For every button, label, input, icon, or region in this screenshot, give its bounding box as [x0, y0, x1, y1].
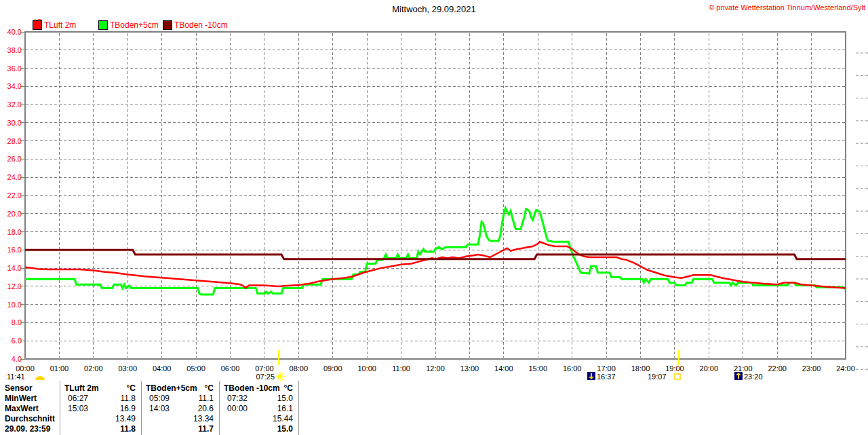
- legend-item: TBoden+5cm: [98, 20, 159, 30]
- y-tick-label: 40.0: [1, 29, 22, 36]
- x-tick-label: 08:00: [285, 364, 312, 373]
- sunrise-sun-ray-icon: [277, 373, 278, 375]
- table-cell: MaxWert: [5, 404, 39, 413]
- x-tick-label: 11:00: [388, 364, 415, 373]
- astro-event-time: 19:07: [648, 373, 671, 381]
- sunrise-sun-ray-icon: [277, 379, 278, 380]
- legend-item: TLuft 2m: [33, 20, 76, 30]
- x-tick-label: 18:00: [627, 364, 654, 373]
- astro-event-time: 16:37: [597, 373, 620, 381]
- y-tick-label: 10.0: [1, 301, 22, 309]
- table-cell: 16.1: [219, 404, 293, 413]
- astro-event-time: 11:41: [7, 373, 30, 381]
- y-tick-label: 24.0: [1, 174, 22, 181]
- table-cell: MinWert: [5, 394, 37, 403]
- x-tick-label: 13:00: [456, 364, 483, 373]
- moon-icon: [35, 376, 45, 380]
- y-tick-label: 28.0: [1, 138, 22, 145]
- x-tick-label: 09:00: [319, 364, 347, 373]
- astro-event-time: 23:20: [744, 373, 767, 381]
- y-tick-label: 16.0: [1, 246, 22, 254]
- legend-item: TBoden -10cm: [163, 20, 228, 30]
- x-tick-label: 00:00: [12, 364, 39, 373]
- table-cell: °C: [219, 383, 293, 393]
- x-tick-label: 07:00: [251, 364, 278, 373]
- x-tick-label: 05:00: [182, 364, 210, 373]
- x-tick-label: 14:00: [490, 364, 517, 373]
- y-tick-label: 20.0: [1, 210, 22, 218]
- x-tick-label: 23:00: [798, 364, 825, 373]
- legend-label: TLuft 2m: [44, 20, 76, 30]
- table-cell: °C: [141, 383, 214, 393]
- x-tick-label: 04:00: [149, 364, 176, 373]
- table-cell: 15.44: [219, 414, 293, 423]
- table-cell: 13.34: [141, 414, 214, 423]
- table-cell: 16.9: [60, 404, 136, 413]
- y-tick-label: 38.0: [1, 47, 22, 54]
- y-tick-label: 36.0: [1, 65, 22, 73]
- astro-event-time: 07:25: [252, 373, 275, 381]
- table-cell: 13.49: [60, 414, 136, 423]
- y-tick-label: 14.0: [1, 265, 22, 272]
- x-tick-label: 17:00: [593, 364, 620, 373]
- table-cell: Sensor: [5, 383, 33, 393]
- table-column-separator: [298, 381, 299, 435]
- y-tick-label: 26.0: [1, 155, 22, 163]
- y-tick-label: 34.0: [1, 83, 22, 90]
- y-tick-label: 32.0: [1, 101, 22, 109]
- table-cell: 15.0: [219, 394, 293, 403]
- table-cell: 29.09. 23:59: [5, 424, 50, 434]
- x-tick-label: 02:00: [80, 364, 107, 373]
- legend-swatch-icon: [163, 20, 172, 30]
- table-cell: Durchschnitt: [5, 414, 55, 423]
- legend-label: TBoden -10cm: [174, 20, 228, 30]
- x-tick-label: 06:00: [217, 364, 244, 373]
- x-tick-label: 19:00: [661, 364, 688, 373]
- x-tick-label: 24:00: [832, 364, 859, 373]
- table-cell: 15.0: [219, 424, 293, 434]
- sunrise-sun-icon: [278, 375, 283, 379]
- sunset-square-icon: [675, 374, 680, 379]
- x-tick-label: 20:00: [695, 364, 722, 373]
- table-cell: 11.7: [141, 424, 214, 434]
- table-cell: 11.1: [141, 394, 214, 403]
- sunrise-sun-ray-icon: [282, 379, 283, 380]
- x-tick-label: 22:00: [764, 364, 791, 373]
- table-cell: 11.8: [60, 424, 136, 434]
- x-tick-label: 03:00: [114, 364, 141, 373]
- x-tick-label: 21:00: [730, 364, 757, 373]
- table-cell: 20.6: [141, 404, 214, 413]
- legend-label: TBoden+5cm: [110, 20, 159, 30]
- x-tick-label: 12:00: [422, 364, 449, 373]
- y-tick-label: 6.0: [1, 337, 22, 345]
- x-tick-label: 15:00: [524, 364, 551, 373]
- y-tick-label: 8.0: [1, 319, 22, 326]
- y-tick-label: 30.0: [1, 119, 22, 127]
- y-tick-label: 4.0: [1, 356, 22, 363]
- sunrise-sun-ray-icon: [282, 373, 283, 375]
- x-tick-label: 10:00: [353, 364, 380, 373]
- x-tick-label: 16:00: [559, 364, 586, 373]
- y-tick-label: 18.0: [1, 229, 22, 236]
- y-tick-label: 22.0: [1, 192, 22, 200]
- x-tick-label: 01:00: [45, 364, 73, 373]
- table-cell: 11.8: [60, 394, 136, 403]
- y-tick-label: 12.0: [1, 283, 22, 290]
- legend-swatch-icon: [33, 20, 42, 30]
- legend-swatch-icon: [98, 20, 108, 30]
- table-cell: °C: [60, 383, 136, 393]
